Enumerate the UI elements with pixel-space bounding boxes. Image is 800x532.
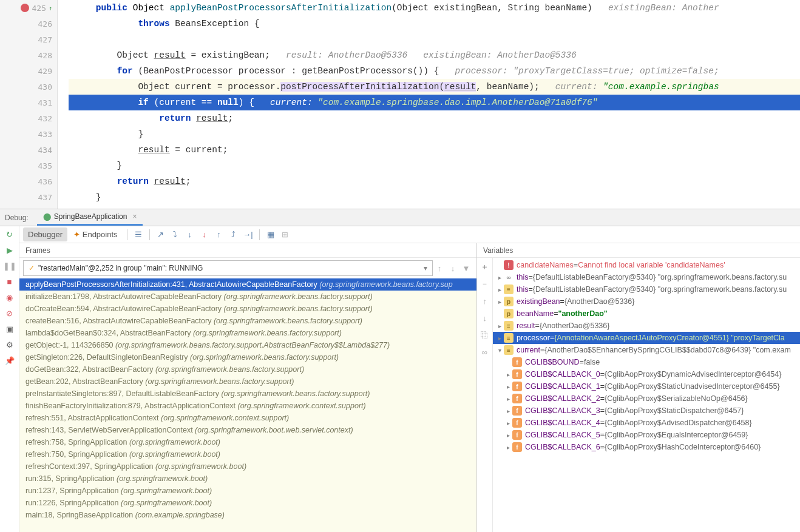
view-breakpoints-icon[interactable]: ◉ [0, 289, 19, 305]
prev-frame-icon[interactable]: ↑ [433, 261, 446, 275]
gutter-line[interactable]: 435 [0, 158, 57, 173]
stack-frame[interactable]: run:1226, SpringApplication (org.springf… [19, 497, 476, 509]
expand-icon[interactable] [504, 383, 512, 390]
rerun-icon[interactable]: ↻ [0, 226, 19, 242]
step-over-icon[interactable]: ⤵ [169, 228, 182, 241]
pause-icon[interactable]: ❚❚ [0, 258, 19, 274]
expand-icon[interactable] [504, 444, 512, 451]
step-out-icon[interactable]: ↑ [212, 228, 226, 241]
variable-row[interactable]: ∞this = {DefaultListableBeanFactory@5340… [493, 271, 800, 283]
tab-endpoints[interactable]: ✦ Endpoints [69, 227, 122, 241]
expand-icon[interactable] [495, 335, 504, 342]
duplicate-icon[interactable]: ⿻ [478, 328, 492, 342]
stack-frame[interactable]: initializeBean:1798, AbstractAutowireCap… [19, 291, 476, 303]
stack-frame[interactable]: run:315, SpringApplication (org.springfr… [19, 473, 476, 485]
variable-row[interactable]: ≡processor = {AnnotationAwareAspectJAuto… [493, 332, 800, 344]
variable-row[interactable]: fCGLIB$CALLBACK_5 = {CglibAopProxy$Equal… [493, 429, 800, 441]
code-editor[interactable]: 425↑426427428429430431432433434435436437… [0, 0, 800, 209]
gutter-line[interactable]: 434 [0, 142, 57, 158]
gutter-line[interactable]: 426 [0, 16, 57, 32]
filter-icon[interactable]: ▼ [459, 261, 473, 275]
remove-watch-icon[interactable]: － [478, 277, 492, 291]
stack-frame[interactable]: lambda$doGetBean$0:324, AbstractBeanFact… [19, 327, 476, 339]
code-line[interactable]: result = current; [69, 142, 800, 158]
code-line[interactable]: } [69, 189, 800, 205]
code-line[interactable] [69, 32, 800, 47]
next-frame-icon[interactable]: ↓ [446, 261, 459, 275]
code-line[interactable]: for (BeanPostProcessor processor : getBe… [69, 63, 800, 79]
code-line[interactable]: throws BeansException { [69, 16, 800, 32]
expand-icon[interactable] [504, 371, 512, 378]
stack-frame[interactable]: createBean:516, AbstractAutowireCapableB… [19, 315, 476, 327]
stack-frame[interactable]: refresh:758, SpringApplication (org.spri… [19, 436, 476, 448]
stack-frame[interactable]: getObject:-1, 1143266850 (org.springfram… [19, 339, 476, 351]
gutter-line[interactable]: 437 [0, 189, 57, 205]
expand-icon[interactable] [495, 274, 504, 281]
gutter-line[interactable]: 428 [0, 47, 57, 63]
move-down-icon[interactable]: ↓ [478, 311, 492, 325]
variables-list[interactable]: !candidateNames = Cannot find local vari… [493, 258, 800, 532]
tab-debugger[interactable]: Debugger [23, 227, 67, 241]
variable-row[interactable]: fCGLIB$CALLBACK_2 = {CglibAopProxy$Seria… [493, 392, 800, 405]
variable-row[interactable]: ≡current = {AnotherDao$$EnhancerBySpring… [493, 344, 800, 356]
code-line[interactable]: public Object applyBeanPostProcessorsAft… [69, 0, 800, 16]
mute-breakpoints-icon[interactable]: ⊘ [0, 305, 19, 321]
stack-frame[interactable]: getSingleton:226, DefaultSingletonBeanRe… [19, 351, 476, 363]
stack-frame[interactable]: refresh:143, ServletWebServerApplication… [19, 424, 476, 436]
variable-row[interactable]: fCGLIB$CALLBACK_4 = {CglibAopProxy$Advis… [493, 417, 800, 429]
show-watches-icon[interactable]: ∞ [478, 345, 492, 359]
force-step-into-icon[interactable]: ↓ [198, 228, 211, 241]
camera-icon[interactable]: ▣ [0, 321, 19, 337]
gutter-line[interactable]: 430 [0, 79, 57, 95]
stack-frame[interactable]: getBean:202, AbstractBeanFactory (org.sp… [19, 375, 476, 388]
variable-row[interactable]: fCGLIB$CALLBACK_1 = {CglibAopProxy$Stati… [493, 380, 800, 392]
gutter-line[interactable]: 427 [0, 32, 57, 47]
code-line[interactable]: } [69, 158, 800, 173]
evaluate-icon[interactable]: ▦ [264, 228, 277, 241]
resume-icon[interactable]: ▶ [0, 242, 19, 258]
gutter-line[interactable]: 425↑ [0, 0, 57, 16]
thread-selector[interactable]: ✓ "restartedMain"@2,252 in group "main":… [23, 260, 433, 276]
gutter-line[interactable]: 429 [0, 63, 57, 79]
variable-row[interactable]: fCGLIB$CALLBACK_3 = {CglibAopProxy$Stati… [493, 405, 800, 417]
variable-row[interactable]: pbeanName = "anotherDao" [493, 308, 800, 320]
expand-icon[interactable] [504, 396, 512, 402]
drop-frame-icon[interactable]: ⤴ [227, 228, 240, 241]
trace-icon[interactable]: ⊞ [279, 228, 292, 241]
stack-frame[interactable]: refresh:551, AbstractApplicationContext … [19, 412, 476, 424]
debug-config-tab[interactable]: ⬤ SpringBaseApplication × [37, 209, 143, 226]
code-line[interactable]: return result; [69, 173, 800, 189]
code-line[interactable]: } [69, 126, 800, 142]
stack-frame[interactable]: refreshContext:397, SpringApplication (o… [19, 460, 476, 473]
new-watch-icon[interactable]: ＋ [478, 260, 492, 274]
close-icon[interactable]: × [132, 212, 137, 221]
stack-frame[interactable]: run:1237, SpringApplication (org.springf… [19, 485, 476, 497]
gutter-line[interactable]: 431 [0, 95, 57, 110]
frames-list[interactable]: applyBeanPostProcessorsAfterInitializati… [19, 278, 476, 532]
variable-row[interactable]: pexistingBean = {AnotherDao@5336} [493, 295, 800, 308]
expand-icon[interactable] [495, 286, 504, 293]
gutter-line[interactable]: 433 [0, 126, 57, 142]
threads-icon[interactable]: ☰ [132, 228, 145, 241]
expand-icon[interactable] [495, 323, 504, 329]
code-line[interactable]: Object result = existingBean; result: An… [69, 47, 800, 63]
variable-row[interactable]: ≡result = {AnotherDao@5336} [493, 320, 800, 332]
gutter-line[interactable]: 436 [0, 173, 57, 189]
expand-icon[interactable] [504, 408, 512, 414]
stop-icon[interactable]: ■ [0, 274, 19, 289]
variable-row[interactable]: !candidateNames = Cannot find local vari… [493, 259, 800, 271]
settings-icon[interactable]: ⚙ [0, 337, 19, 352]
show-execution-icon[interactable]: ↗ [154, 228, 168, 241]
stack-frame[interactable]: applyBeanPostProcessorsAfterInitializati… [19, 278, 476, 291]
stack-frame[interactable]: main:18, SpringBaseApplication (com.exam… [19, 509, 476, 521]
variable-row[interactable]: fCGLIB$CALLBACK_6 = {CglibAopProxy$HashC… [493, 441, 800, 453]
variable-row[interactable]: ≡this = {DefaultListableBeanFactory@5340… [493, 283, 800, 295]
code-line[interactable]: return result; [69, 110, 800, 126]
expand-icon[interactable] [504, 432, 512, 439]
stack-frame[interactable]: doGetBean:322, AbstractBeanFactory (org.… [19, 363, 476, 375]
step-into-icon[interactable]: ↓ [183, 228, 197, 241]
expand-icon[interactable] [495, 347, 504, 354]
expand-icon[interactable] [495, 298, 504, 305]
gutter-line[interactable]: 432 [0, 110, 57, 126]
stack-frame[interactable]: finishBeanFactoryInitialization:879, Abs… [19, 400, 476, 412]
